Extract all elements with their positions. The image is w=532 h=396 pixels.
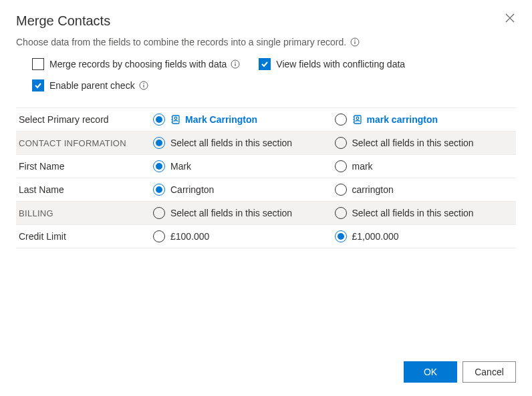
info-icon[interactable] [231,59,240,69]
field-option-1: Carrington [153,184,335,196]
contact-icon [170,114,181,125]
radio-button[interactable] [153,184,165,196]
row-label: Last Name [16,184,153,195]
section-title: BILLING [16,208,153,218]
field-option-2: £1,000.000 [335,230,517,242]
select-all-col1: Select all fields in this section [153,137,335,149]
field-option-2: carrington [335,184,517,196]
dialog-subtitle: Choose data from the fields to combine t… [16,37,516,47]
row-label: Select Primary record [16,114,153,125]
select-all-col2: Select all fields in this section [335,137,517,149]
radio-button[interactable] [153,160,165,172]
section-header-contact-information: CONTACT INFORMATION Select all fields in… [16,132,516,155]
checkbox-box [259,58,271,70]
row-label: First Name [16,161,153,172]
section-header-billing: BILLING Select all fields in this sectio… [16,202,516,225]
field-row-credit-limit: Credit Limit £100.000 £1,000.000 [16,225,516,248]
primary-record-option-1: Mark Carrington [153,114,335,126]
radio-button[interactable] [335,137,347,149]
info-icon[interactable] [350,37,360,47]
cancel-button[interactable]: Cancel [462,361,516,383]
options-row-1: Merge records by choosing fields with da… [16,58,516,70]
field-option-1: £100.000 [153,230,335,242]
checkbox-box [32,58,44,70]
svg-point-7 [174,117,177,120]
radio-button[interactable] [153,230,165,242]
radio-button[interactable] [335,184,347,196]
fields-grid: Select Primary record Mark Carrington ma… [16,108,516,248]
radio-button[interactable] [153,207,165,219]
radio-button[interactable] [153,114,165,126]
primary-record-option-2: mark carrington [335,114,517,126]
info-icon[interactable] [139,81,148,90]
select-all-col2: Select all fields in this section [335,207,517,219]
dialog-title: Merge Contacts [16,13,110,29]
section-title: CONTACT INFORMATION [16,138,153,148]
select-all-col1: Select all fields in this section [153,207,335,219]
radio-button[interactable] [335,230,347,242]
merge-by-fields-checkbox[interactable]: Merge records by choosing fields with da… [32,58,240,70]
field-option-2: mark [335,160,517,172]
merge-contacts-dialog: Merge Contacts Choose data from the fiel… [0,0,532,396]
dialog-header: Merge Contacts [16,13,516,29]
field-row-last-name: Last Name Carrington carrington [16,178,516,202]
radio-button[interactable] [335,160,347,172]
ok-button[interactable]: OK [404,361,457,383]
enable-parent-checkbox[interactable]: Enable parent check [32,79,148,91]
radio-button[interactable] [335,207,347,219]
primary-record-row: Select Primary record Mark Carrington ma… [16,108,516,132]
field-row-first-name: First Name Mark mark [16,155,516,178]
radio-button[interactable] [335,114,347,126]
dialog-footer: OK Cancel [16,351,516,383]
checkbox-box [32,79,44,91]
svg-point-3 [235,61,237,63]
field-option-1: Mark [153,160,335,172]
options-row-2: Enable parent check [16,79,516,91]
svg-point-9 [356,117,359,120]
svg-point-5 [143,83,144,84]
svg-point-1 [354,39,356,41]
close-icon[interactable] [505,13,516,24]
contact-icon [352,114,363,125]
radio-button[interactable] [153,137,165,149]
view-conflicting-checkbox[interactable]: View fields with conflicting data [259,58,405,70]
row-label: Credit Limit [16,231,153,242]
